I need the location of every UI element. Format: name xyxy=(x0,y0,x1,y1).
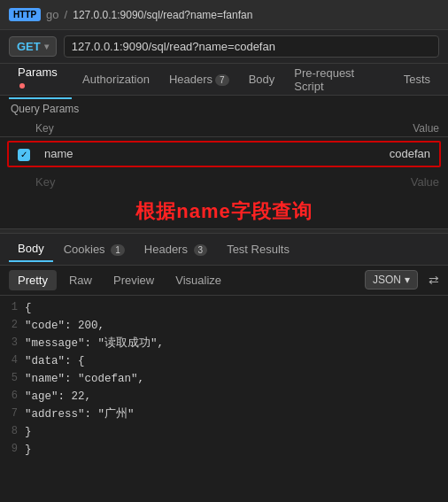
params-row-name[interactable]: ✓ name codefan xyxy=(7,141,441,167)
tab-body[interactable]: Body xyxy=(240,67,284,91)
main-tabs: Params Authorization Headers7 Body Pre-r… xyxy=(0,64,448,96)
method-select[interactable]: GET ▾ xyxy=(9,36,57,57)
annotation-text: 根据name字段查询 xyxy=(0,193,448,228)
tab-tests[interactable]: Tests xyxy=(395,67,439,91)
resp-tab-preview[interactable]: Preview xyxy=(104,270,163,290)
json-line: 3 "message": "读取成功", xyxy=(0,335,448,352)
breadcrumb-url: 127.0.0.1:9090/sql/read?name=fanfan xyxy=(73,9,252,21)
wrap-icon[interactable]: ⇄ xyxy=(429,273,439,287)
checkbox-name[interactable]: ✓ xyxy=(18,149,30,161)
headers-badge: 7 xyxy=(215,74,229,86)
http-badge: HTTP xyxy=(9,8,41,21)
json-line: 7 "address": "广州" xyxy=(0,405,448,423)
json-line: 9} xyxy=(0,441,448,459)
tab-test-results[interactable]: Test Results xyxy=(218,237,298,261)
tab-headers-response[interactable]: Headers 3 xyxy=(135,237,216,261)
col-key-header: Key xyxy=(35,122,333,135)
tab-cookies[interactable]: Cookies 1 xyxy=(55,237,134,261)
param-key-name: name xyxy=(44,147,324,160)
json-line: 5 "name": "codefan", xyxy=(0,370,448,388)
response-format-tabs: Pretty Raw Preview Visualize JSON ▾ ⇄ xyxy=(0,266,448,296)
tab-body-response[interactable]: Body xyxy=(9,236,53,262)
tab-prerequest[interactable]: Pre-request Script xyxy=(285,61,392,98)
format-select[interactable]: JSON ▾ xyxy=(365,270,418,290)
json-line: 4 "data": { xyxy=(0,352,448,370)
tab-authorization[interactable]: Authorization xyxy=(73,67,158,91)
col-value-header: Value xyxy=(333,122,439,135)
resp-tab-raw[interactable]: Raw xyxy=(60,270,101,290)
json-output: 1{2 "code": 200,3 "message": "读取成功",4 "d… xyxy=(0,296,448,462)
chevron-down-icon: ▾ xyxy=(44,42,49,51)
method-label: GET xyxy=(17,40,41,53)
json-line: 8 } xyxy=(0,423,448,441)
placeholder-key: Key xyxy=(35,175,333,189)
params-placeholder-row: Key Value xyxy=(0,171,448,193)
tab-params[interactable]: Params xyxy=(9,60,72,99)
tab-headers[interactable]: Headers7 xyxy=(160,67,238,91)
url-bar: GET ▾ xyxy=(0,30,448,64)
query-params-section: Query Params Key Value ✓ name codefan Ke… xyxy=(0,96,448,228)
params-header: Key Value xyxy=(0,119,448,137)
resp-tab-visualize[interactable]: Visualize xyxy=(166,270,230,290)
json-line: 2 "code": 200, xyxy=(0,317,448,335)
json-line: 6 "age": 22, xyxy=(0,388,448,405)
url-input[interactable] xyxy=(64,35,439,58)
query-params-label: Query Params xyxy=(0,96,448,119)
cookies-badge: 1 xyxy=(111,244,125,256)
format-label: JSON xyxy=(373,274,401,286)
resp-tab-pretty[interactable]: Pretty xyxy=(9,270,57,290)
sep2: / xyxy=(65,8,68,21)
format-chevron-icon: ▾ xyxy=(405,274,410,286)
placeholder-value: Value xyxy=(333,175,439,189)
sep1: go xyxy=(46,8,58,21)
param-value-codefan: codefan xyxy=(324,147,430,160)
top-breadcrumb-bar: HTTP go / 127.0.0.1:9090/sql/read?name=f… xyxy=(0,0,448,30)
headers-resp-badge: 3 xyxy=(194,244,208,256)
body-tabs: Body Cookies 1 Headers 3 Test Results xyxy=(0,234,448,266)
params-dot xyxy=(19,83,25,89)
json-line: 1{ xyxy=(0,299,448,317)
